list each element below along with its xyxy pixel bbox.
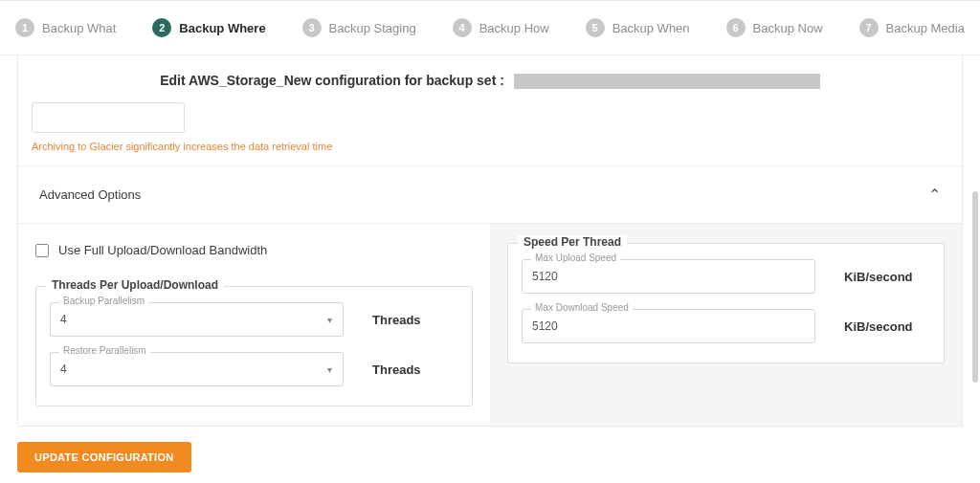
step-label: Backup Media bbox=[886, 21, 965, 35]
full-bandwidth-row[interactable]: Use Full Upload/Download Bandwidth bbox=[35, 243, 473, 257]
threads-unit-2: Threads bbox=[372, 362, 458, 377]
advanced-options-toggle[interactable]: Advanced Options ⌃ bbox=[18, 166, 962, 223]
glacier-section: Archiving to Glacier significantly incre… bbox=[18, 102, 962, 166]
max-download-input[interactable] bbox=[522, 309, 815, 343]
advanced-options-label: Advanced Options bbox=[39, 187, 141, 202]
advanced-options-body: Use Full Upload/Download Bandwidth Threa… bbox=[18, 223, 962, 426]
step-number: 4 bbox=[453, 18, 472, 37]
max-upload-field: Max Upload Speed bbox=[522, 259, 815, 294]
title-prefix: Edit AWS_Storage_New configuration for b… bbox=[160, 73, 504, 88]
advanced-left-column: Use Full Upload/Download Bandwidth Threa… bbox=[18, 224, 490, 426]
step-backup-staging[interactable]: 3 Backup Staging bbox=[302, 18, 416, 37]
max-download-field: Max Download Speed bbox=[522, 309, 815, 343]
step-label: Backup How bbox=[479, 21, 549, 35]
step-label: Backup What bbox=[42, 21, 116, 35]
update-configuration-button[interactable]: UPDATE CONFIGURATION bbox=[17, 442, 191, 472]
threads-fieldset: Threads Per Upload/Download Backup Paral… bbox=[35, 286, 473, 406]
max-download-label: Max Download Speed bbox=[531, 302, 633, 313]
backup-parallelism-label: Backup Parallelism bbox=[59, 296, 148, 306]
step-number: 5 bbox=[586, 18, 605, 37]
full-bandwidth-checkbox[interactable] bbox=[35, 244, 49, 257]
step-backup-what[interactable]: 1 Backup What bbox=[15, 18, 116, 37]
step-backup-now[interactable]: 6 Backup Now bbox=[726, 18, 823, 37]
chevron-up-icon: ⌃ bbox=[928, 186, 941, 204]
step-backup-when[interactable]: 5 Backup When bbox=[586, 18, 690, 37]
step-label: Backup Staging bbox=[329, 21, 416, 35]
step-backup-where[interactable]: 2 Backup Where bbox=[152, 18, 265, 37]
threads-unit-1: Threads bbox=[372, 313, 458, 327]
button-row: UPDATE CONFIGURATION bbox=[0, 427, 980, 483]
backup-parallelism-field: Backup Parallelism 4 bbox=[50, 302, 344, 337]
speed-fieldset: Speed Per Thread Max Upload Speed KiB/se… bbox=[507, 243, 945, 363]
step-number: 1 bbox=[15, 18, 34, 37]
step-backup-media[interactable]: 7 Backup Media bbox=[859, 18, 965, 37]
glacier-dropdown-placeholder[interactable] bbox=[32, 102, 185, 133]
step-number: 3 bbox=[302, 18, 322, 37]
speed-legend: Speed Per Thread bbox=[518, 235, 627, 249]
step-number: 6 bbox=[726, 18, 746, 37]
page-title: Edit AWS_Storage_New configuration for b… bbox=[18, 55, 962, 102]
download-unit: KiB/second bbox=[844, 319, 930, 334]
step-number: 2 bbox=[152, 18, 171, 37]
threads-legend: Threads Per Upload/Download bbox=[46, 278, 224, 292]
backup-set-name-redacted bbox=[514, 74, 820, 89]
step-backup-how[interactable]: 4 Backup How bbox=[453, 18, 549, 37]
step-label: Backup Where bbox=[179, 21, 265, 35]
advanced-right-column: Speed Per Thread Max Upload Speed KiB/se… bbox=[490, 224, 962, 426]
restore-parallelism-label: Restore Parallelism bbox=[59, 345, 150, 356]
glacier-warning-text: Archiving to Glacier significantly incre… bbox=[32, 133, 948, 152]
max-upload-input[interactable] bbox=[522, 259, 815, 294]
step-number: 7 bbox=[859, 18, 879, 37]
full-bandwidth-label: Use Full Upload/Download Bandwidth bbox=[58, 243, 267, 257]
step-label: Backup Now bbox=[753, 21, 823, 35]
step-label: Backup When bbox=[612, 21, 690, 35]
max-upload-label: Max Upload Speed bbox=[531, 252, 620, 263]
restore-parallelism-select[interactable]: 4 bbox=[50, 352, 344, 386]
upload-unit: KiB/second bbox=[844, 270, 930, 284]
backup-parallelism-select[interactable]: 4 bbox=[50, 302, 344, 337]
config-panel: Edit AWS_Storage_New configuration for b… bbox=[17, 55, 963, 427]
restore-parallelism-field: Restore Parallelism 4 bbox=[50, 352, 344, 386]
scrollbar-thumb[interactable] bbox=[972, 191, 978, 383]
wizard-stepper: 1 Backup What 2 Backup Where 3 Backup St… bbox=[0, 0, 980, 55]
